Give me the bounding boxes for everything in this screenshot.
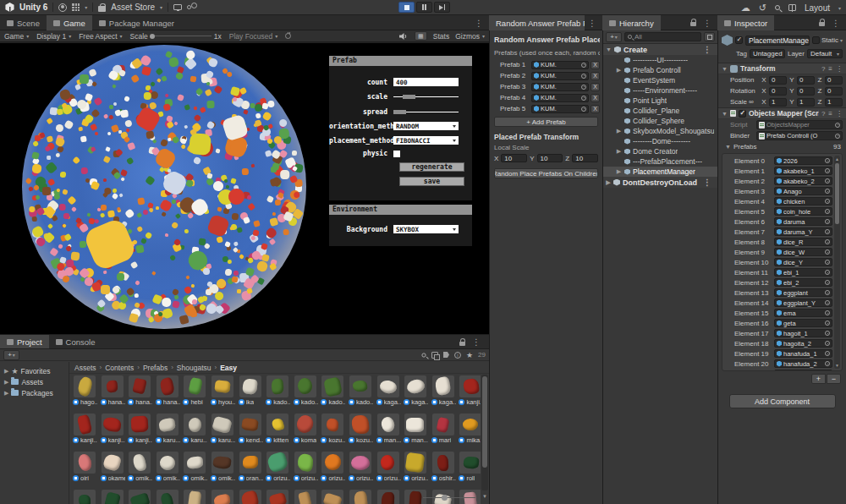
asset-item[interactable] — [155, 490, 180, 504]
object-picker-icon[interactable] — [825, 219, 830, 224]
object-picker-icon[interactable] — [825, 158, 830, 163]
asset-item[interactable] — [100, 490, 125, 504]
foldout-arrow-icon[interactable]: ▼ — [606, 47, 612, 52]
asset-item[interactable] — [72, 490, 97, 504]
count-input[interactable]: 400 — [393, 78, 459, 86]
search-by-type-icon[interactable] — [431, 352, 438, 359]
object-picker-icon[interactable] — [825, 270, 830, 275]
prefab-object-field[interactable]: KUM. — [531, 83, 589, 91]
asset-item[interactable]: kaga... — [431, 375, 456, 406]
element-object-field[interactable]: geta — [774, 319, 832, 327]
regenerate-button[interactable]: regenerate — [399, 162, 464, 172]
layout-dropdown[interactable]: Layout — [805, 3, 830, 13]
search-icon[interactable] — [421, 353, 426, 357]
object-picker-icon[interactable] — [835, 123, 840, 128]
prefab-object-field[interactable]: KUM. — [531, 72, 589, 80]
account-icon[interactable] — [58, 3, 67, 12]
element-object-field[interactable]: coin_hole — [774, 207, 832, 216]
asset-item[interactable] — [376, 490, 401, 504]
transform-component-header[interactable]: ▼ Transform ?≡⋮ — [718, 63, 846, 74]
presets-icon[interactable]: ≡ — [828, 110, 832, 118]
pause-button[interactable] — [416, 2, 432, 13]
dock-menu-icon[interactable]: ⋮ — [471, 19, 486, 28]
object-picker-icon[interactable] — [825, 300, 830, 305]
element-object-field[interactable]: 2026 — [774, 156, 832, 165]
add-element-button[interactable]: + — [811, 374, 826, 384]
tab-console[interactable]: Console — [49, 335, 102, 348]
object-picker-icon[interactable] — [581, 74, 586, 79]
asset-item[interactable] — [265, 490, 290, 504]
lock-icon[interactable] — [690, 22, 696, 26]
hidden-items-count[interactable]: 29 — [478, 351, 486, 359]
physic-checkbox[interactable] — [393, 151, 400, 157]
game-view-menu[interactable]: Game▾ — [4, 32, 29, 41]
scale-slider[interactable]: Scale 1x — [130, 32, 222, 41]
foldout-arrow-icon[interactable]: ▶ — [616, 128, 622, 134]
element-object-field[interactable]: chicken — [774, 197, 832, 205]
slider-thumb[interactable] — [393, 110, 406, 114]
foldout-arrow-icon[interactable]: ▶ — [616, 148, 622, 155]
object-picker-icon[interactable] — [825, 280, 830, 285]
add-prefab-button[interactable]: + Add Prefab — [494, 117, 598, 127]
help-icon[interactable]: ? — [821, 65, 825, 73]
object-picker-icon[interactable] — [825, 209, 830, 214]
asset-item[interactable]: hana... — [155, 375, 180, 406]
tag-dropdown[interactable]: Untagged▾ — [750, 49, 785, 58]
object-picker-icon[interactable] — [825, 341, 830, 346]
object-picker-icon[interactable] — [825, 229, 830, 234]
gameobject-icon[interactable] — [722, 35, 733, 46]
stats-button[interactable]: Stats — [433, 32, 449, 41]
chevron-down-icon[interactable]: ▾ — [840, 37, 843, 43]
undo-history-icon[interactable]: ↺ — [759, 0, 766, 15]
axis-value-input[interactable]: 1 — [769, 98, 787, 107]
asset-item[interactable]: roll — [458, 452, 481, 482]
asset-item[interactable]: kado... — [293, 375, 318, 406]
asset-item[interactable]: karu... — [210, 414, 235, 444]
asset-store-button[interactable]: Asset Store — [111, 3, 155, 12]
asset-item[interactable]: hebi — [182, 375, 207, 406]
hierarchy-item[interactable]: Collider_Sphere — [603, 116, 717, 126]
presets-icon[interactable]: ≡ — [828, 65, 832, 73]
gameobject-name-input[interactable]: PlacementManager — [745, 36, 810, 46]
breadcrumb-item[interactable]: Assets — [74, 364, 96, 372]
asset-item[interactable]: kado... — [265, 375, 290, 406]
x-scale-input[interactable]: 10 — [501, 154, 527, 162]
asset-store-icon[interactable] — [98, 6, 106, 12]
asset-item[interactable]: kitten — [265, 414, 290, 444]
axis-value-input[interactable]: 0 — [797, 87, 815, 96]
asset-item[interactable]: kozu... — [320, 414, 345, 444]
object-picker-icon[interactable] — [825, 189, 830, 194]
axis-value-input[interactable]: 0 — [769, 76, 787, 85]
play-focused-dropdown[interactable]: Play Focused▾ — [229, 32, 278, 41]
element-object-field[interactable]: daruma — [774, 217, 832, 226]
foldout-arrow-icon[interactable]: ▼ — [725, 144, 731, 150]
object-picker-icon[interactable] — [581, 85, 586, 90]
element-object-field[interactable]: ebi_2 — [774, 278, 832, 287]
tab-hierarchy[interactable]: Hierarchy — [602, 15, 661, 30]
object-picker-icon[interactable] — [581, 63, 586, 68]
foldout-arrow-icon[interactable]: ▼ — [722, 111, 728, 117]
sidebar-item-assets[interactable]: ▶Assets — [0, 376, 69, 387]
tab-project[interactable]: Project — [0, 335, 49, 348]
debug-icon[interactable] — [285, 33, 291, 39]
search-by-label-icon[interactable] — [443, 352, 449, 358]
display-dropdown[interactable]: Display 1▾ — [36, 32, 71, 41]
asset-item[interactable]: oiri — [72, 452, 97, 482]
asset-item[interactable]: orizu... — [320, 452, 345, 482]
object-picker-icon[interactable] — [825, 331, 830, 336]
object-picker-icon[interactable] — [581, 107, 586, 112]
asset-item[interactable]: hana... — [100, 375, 125, 406]
cloud-icon[interactable]: ☁ — [741, 0, 750, 15]
breadcrumb-item[interactable]: Contents — [105, 364, 134, 372]
dock-menu-icon[interactable]: ⋮ — [700, 19, 715, 28]
asset-item[interactable]: hago... — [72, 375, 97, 406]
asset-item[interactable]: orizu... — [293, 452, 318, 482]
prefabs-count[interactable]: 93 — [833, 143, 841, 151]
tab-game[interactable]: Game — [47, 15, 92, 30]
breadcrumb-item[interactable]: Prefabs — [143, 364, 168, 372]
asset-item[interactable] — [293, 490, 318, 504]
asset-item[interactable]: kanji... — [72, 414, 97, 444]
asset-item[interactable]: kaga... — [403, 375, 428, 406]
asset-item[interactable]: omik... — [127, 452, 152, 482]
scrollbar-thumb[interactable] — [835, 163, 839, 224]
